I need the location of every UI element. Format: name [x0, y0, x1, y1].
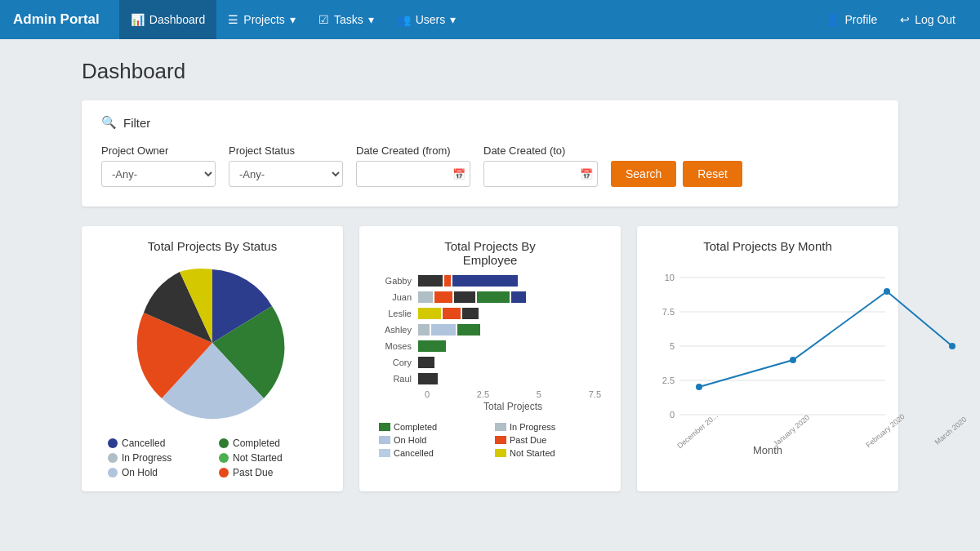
- tasks-dropdown-icon: ▾: [368, 13, 374, 26]
- legend-not-started: Not Started: [219, 452, 317, 464]
- nav-profile[interactable]: 👤 Profile: [814, 0, 889, 39]
- employee-chart-title: Total Projects By Employee: [372, 239, 608, 267]
- line-chart-wrap: 10 7.5 5 2.5 0 December 20...: [650, 261, 885, 441]
- bar-row-moses: Moses: [379, 340, 601, 352]
- owner-filter-group: Project Owner -Any-: [101, 144, 216, 187]
- filter-buttons: Search Reset: [611, 161, 742, 187]
- bar-row-leslie: Leslie: [379, 308, 601, 319]
- owner-label: Project Owner: [101, 144, 216, 157]
- status-select[interactable]: -Any-: [229, 161, 343, 187]
- projects-dropdown-icon: ▾: [290, 13, 296, 26]
- date-from-input[interactable]: [356, 161, 470, 187]
- legend-dot-not-started: [219, 453, 229, 463]
- legend-dot-completed: [219, 438, 229, 448]
- projects-icon: ☰: [228, 13, 238, 26]
- nav-projects[interactable]: ☰ Projects ▾: [216, 0, 307, 39]
- bar-row-cory: Cory: [379, 357, 601, 368]
- bar-x-axis: 0 2.5 5 7.5: [425, 389, 601, 399]
- date-to-input[interactable]: [483, 161, 598, 187]
- nav-tasks[interactable]: ☑ Tasks ▾: [307, 0, 385, 39]
- date-to-wrap: 📅: [483, 161, 598, 187]
- month-chart-title: Total Projects By Month: [650, 239, 885, 253]
- users-icon: 👥: [397, 13, 411, 26]
- filter-header: 🔍 Filter: [101, 115, 879, 130]
- reset-button[interactable]: Reset: [683, 161, 742, 187]
- search-button[interactable]: Search: [611, 161, 676, 187]
- svg-point-13: [949, 343, 956, 349]
- legend-cancelled: Cancelled: [108, 438, 206, 449]
- legend-dot-in-progress: [108, 453, 118, 463]
- month-chart-card: Total Projects By Month 10 7.5 5 2.5 0: [637, 226, 898, 491]
- bar-row-gabby: Gabby: [379, 275, 601, 287]
- users-dropdown-icon: ▾: [450, 13, 456, 26]
- bar-legend: Completed In Progress On Hold Past Due: [379, 422, 601, 458]
- date-from-wrap: 📅: [356, 161, 470, 187]
- logout-icon: ↩: [900, 13, 910, 26]
- svg-text:March 2020: March 2020: [933, 415, 969, 447]
- svg-point-10: [696, 384, 702, 390]
- legend-past-due: Past Due: [219, 467, 317, 478]
- status-chart-title: Total Projects By Status: [95, 239, 330, 253]
- svg-point-12: [884, 288, 890, 295]
- status-filter-group: Project Status -Any-: [229, 144, 343, 187]
- status-label: Project Status: [229, 144, 343, 157]
- tasks-icon: ☑: [318, 13, 329, 26]
- line-chart-svg: 10 7.5 5 2.5 0 December 20...: [650, 269, 885, 433]
- svg-text:January 2020: January 2020: [772, 413, 811, 448]
- legend-on-hold: On Hold: [108, 467, 206, 478]
- status-chart-card: Total Projects By Status: [82, 226, 343, 491]
- legend-dot-on-hold: [108, 468, 118, 478]
- nav-dashboard[interactable]: 📊 Dashboard: [119, 0, 217, 39]
- owner-select[interactable]: -Any-: [101, 161, 216, 187]
- legend-dot-cancelled: [108, 438, 118, 448]
- pie-chart-wrap: [95, 261, 330, 424]
- pie-legend: Cancelled Completed In Progress Not Star…: [95, 438, 330, 478]
- bar-row-juan: Juan: [379, 291, 601, 303]
- filter-fields: Project Owner -Any- Project Status -Any-…: [101, 143, 879, 187]
- svg-text:0: 0: [670, 410, 675, 420]
- svg-point-11: [790, 357, 796, 363]
- pie-chart-svg: [131, 261, 294, 424]
- bar-chart-wrap: Gabby Juan: [372, 275, 608, 458]
- legend-in-progress: In Progress: [108, 452, 206, 464]
- date-to-label: Date Created (to): [483, 144, 598, 157]
- bar-seg: [444, 275, 451, 287]
- svg-text:5: 5: [670, 341, 675, 351]
- svg-text:February 2020: February 2020: [864, 412, 906, 449]
- dashboard-icon: 📊: [131, 13, 145, 26]
- date-from-label: Date Created (from): [356, 144, 470, 157]
- brand-logo: Admin Portal: [13, 11, 100, 28]
- date-from-group: Date Created (from) 📅: [356, 144, 470, 187]
- profile-icon: 👤: [826, 13, 840, 26]
- svg-text:7.5: 7.5: [662, 307, 675, 317]
- legend-dot-past-due: [219, 468, 229, 478]
- bar-row-raul: Raul: [379, 373, 601, 384]
- navbar: Admin Portal 📊 Dashboard ☰ Projects ▾ ☑ …: [0, 0, 980, 39]
- nav-logout[interactable]: ↩ Log Out: [889, 0, 967, 39]
- bar-seg: [452, 275, 518, 287]
- bar-x-label: Total Projects: [425, 401, 601, 412]
- legend-completed: Completed: [219, 438, 317, 449]
- employee-chart-card: Total Projects By Employee Gabby Juan: [359, 226, 621, 491]
- date-to-group: Date Created (to) 📅: [483, 144, 598, 187]
- bar-row-ashley: Ashley: [379, 324, 601, 335]
- bar-seg: [418, 275, 443, 287]
- svg-text:2.5: 2.5: [662, 375, 675, 385]
- nav-right: 👤 Profile ↩ Log Out: [814, 0, 967, 39]
- page-title: Dashboard: [82, 59, 898, 84]
- charts-row: Total Projects By Status: [82, 226, 898, 491]
- svg-text:10: 10: [665, 273, 675, 282]
- main-content: Dashboard 🔍 Filter Project Owner -Any- P…: [0, 39, 980, 511]
- nav-links: 📊 Dashboard ☰ Projects ▾ ☑ Tasks ▾ 👥 Use…: [119, 0, 815, 39]
- filter-card: 🔍 Filter Project Owner -Any- Project Sta…: [82, 100, 898, 207]
- nav-users[interactable]: 👥 Users ▾: [385, 0, 468, 39]
- search-icon: 🔍: [101, 115, 117, 130]
